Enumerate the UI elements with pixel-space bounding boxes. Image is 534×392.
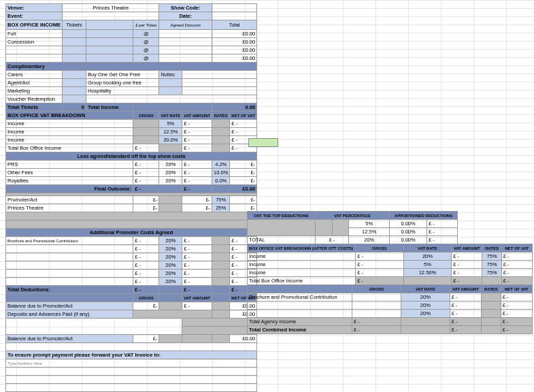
spreadsheet[interactable]: Venue: Princes Theatre Show Code: Event:…: [0, 0, 534, 392]
right-top-table: OFF THE TOP DEDUCTIONS VAT PERCENTAGE AP…: [247, 211, 458, 244]
date-label: Date:: [159, 12, 212, 20]
venue-cell[interactable]: Princes Theatre: [62, 4, 159, 12]
boi-row-label[interactable]: Concession: [6, 38, 63, 46]
tickets-hdr: Tickets: [62, 20, 86, 30]
venue-label: Venue:: [6, 4, 63, 12]
boi-title: BOX OFFICE INCOME: [6, 20, 63, 30]
selected-cell[interactable]: [248, 138, 278, 147]
discount-hdr: Agreed Discount: [159, 20, 212, 30]
main-table: Venue: Princes Theatre Show Code: Event:…: [5, 3, 257, 392]
event-cell[interactable]: [62, 12, 159, 20]
right-vatb-table: BOX OFFICE VAT BREAKDOWN (AFTER OTT COST…: [247, 244, 533, 285]
date-cell[interactable]: [212, 12, 257, 20]
event-label: Event:: [6, 12, 63, 20]
showcode-cell[interactable]: [212, 4, 257, 12]
complimentary-hdr: Complimentary: [6, 63, 257, 71]
right-bottom-table: GROSS VAT RATE VAT AMOUNT RATES NET OF V…: [247, 284, 533, 334]
total-hdr: Total: [212, 20, 257, 30]
showcode-label: Show Code:: [159, 4, 212, 12]
per-ticket-hdr: £ per Ticket: [133, 20, 159, 30]
boi-row-label[interactable]: Full: [6, 30, 63, 38]
